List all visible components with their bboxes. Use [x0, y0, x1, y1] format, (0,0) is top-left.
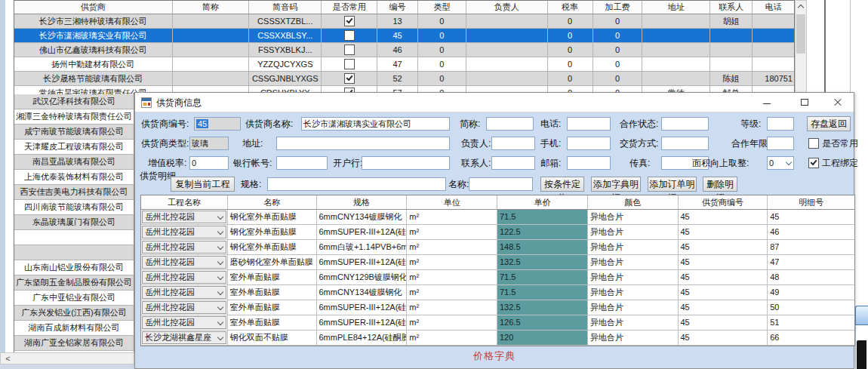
supplier-list-item[interactable]: 武汉亿泽科技有限公司: [14, 94, 134, 109]
project-bind-checkbox[interactable]: 工程绑定: [808, 156, 858, 170]
supplier-list-item[interactable]: 西安佳吉美电力科技有限公司: [14, 185, 134, 200]
scroll-left-icon[interactable]: <: [2, 353, 14, 364]
detail-row[interactable]: 岳州北控花园 磨砂钢化室外单面贴膜 6mmSUPER-III+12A(硅... …: [141, 255, 854, 270]
background-window-fragment[interactable]: [855, 306, 868, 369]
table-row[interactable]: 长沙市潇湘玻璃实业有限公司 CSSXXBLSY... 45 0 0 0: [14, 29, 794, 43]
project-combo[interactable]: 岳州北控花园: [142, 286, 226, 299]
project-combo[interactable]: 岳州北控花园: [142, 301, 226, 314]
detail-row[interactable]: 岳州北控花园 钢化室外单面贴膜 6mmCNY134镀膜钢化 m² 71.5 异地…: [141, 210, 854, 225]
bank-branch-field[interactable]: [362, 156, 450, 170]
project-combo[interactable]: 长沙龙湖祺鑫星座: [142, 331, 226, 344]
col-header-code[interactable]: 简音码: [249, 1, 322, 14]
horizontal-scrollbar[interactable]: <: [0, 352, 134, 364]
maximize-icon[interactable]: [793, 94, 816, 110]
col-header-fee[interactable]: 加工费: [593, 1, 643, 14]
supplier-list-item[interactable]: 南昌亚晶玻璃有限公司: [14, 155, 134, 170]
vertical-scrollbar[interactable]: [795, 0, 807, 94]
project-combo[interactable]: 岳州北控花园: [142, 211, 226, 223]
supplier-list-item[interactable]: [14, 230, 134, 245]
common-checkbox[interactable]: [344, 30, 355, 41]
col-header-color[interactable]: 颜色: [588, 195, 679, 209]
col-header-supplier[interactable]: 供货商: [14, 1, 173, 14]
supplier-list-item[interactable]: 广东中亚铝业有限公司: [14, 291, 134, 306]
area-round-up-combo[interactable]: 0: [767, 156, 794, 170]
supplier-list-item[interactable]: 东晶玻璃厦门有限公司: [14, 215, 134, 230]
supplier-list-item[interactable]: 湖南广亚全铝家居有限公司: [14, 336, 134, 351]
coop-status-field[interactable]: [661, 117, 709, 131]
address-field[interactable]: [276, 137, 450, 150]
email-field[interactable]: [567, 156, 611, 170]
supplier-id-field[interactable]: 45: [194, 117, 241, 131]
col-header-id[interactable]: 编号: [377, 1, 418, 14]
close-icon[interactable]: [826, 94, 849, 110]
common-checkbox[interactable]: [344, 73, 355, 84]
col-header-phone[interactable]: 电话: [753, 1, 794, 14]
add-order-detail-button[interactable]: 添加订单明细: [648, 177, 697, 192]
supplier-list-item[interactable]: 上海优泰装饰材料有限公司: [14, 170, 134, 185]
col-header-tax[interactable]: 税率: [548, 1, 593, 14]
detail-row[interactable]: 岳州北控花园 钢化室外单面贴膜 6mm白玻+1.14PVB+6mm... m² …: [141, 240, 854, 255]
table-row[interactable]: 长沙晟格节能玻璃有限公司 CSSGJNBLYXGS 52 0 0 0 陈姐 18…: [14, 72, 794, 86]
vat-rate-field[interactable]: 0: [189, 156, 229, 170]
supplier-name-field[interactable]: 长沙市潇湘玻璃实业有限公司: [301, 117, 450, 131]
supplier-list-item[interactable]: 湖南百成新材料有限公司: [14, 321, 134, 336]
col-header-contact[interactable]: 联系人: [710, 1, 753, 14]
dialog-titlebar[interactable]: 供货商信息: [135, 93, 854, 112]
col-header-detail-id[interactable]: 明细号: [768, 195, 854, 209]
col-header-price[interactable]: 单价: [497, 195, 588, 209]
name-filter-field[interactable]: [469, 177, 533, 191]
common-checkbox[interactable]: [344, 59, 355, 69]
detail-row[interactable]: 岳州北控花园 室外单面贴膜 6mmCNY134镀膜钢化 m² 71.5 异地合片…: [141, 285, 854, 300]
supplier-list-item[interactable]: 天津耀皮工程玻璃有限公司: [14, 140, 134, 155]
project-combo[interactable]: 岳州北控花园: [142, 241, 226, 254]
minimize-icon[interactable]: [756, 94, 778, 110]
detail-row[interactable]: 岳州北控花园 室外单面贴膜 6mmSUPER-III+12A(硅... m² 1…: [141, 300, 854, 315]
scroll-up-icon[interactable]: [796, 1, 806, 13]
contact-field[interactable]: [491, 156, 535, 170]
save-return-button[interactable]: 存盘返回: [807, 116, 851, 131]
supplier-list-item[interactable]: 广东兴发铝业(江西)有限公司: [14, 306, 134, 321]
supplier-list-item[interactable]: [14, 245, 134, 260]
mobile-field[interactable]: [567, 137, 611, 150]
table-row[interactable]: 佛山市亿鑫玻璃科技有限公司 FSSYXBLKJ... 46 0 0 0: [14, 43, 794, 57]
locate-by-condition-button[interactable]: 按条件定位: [540, 177, 584, 192]
abbr-field[interactable]: [486, 117, 534, 131]
checkbox-icon[interactable]: [808, 158, 819, 168]
project-combo[interactable]: 岳州北控花园: [142, 271, 226, 284]
supplier-list-item[interactable]: 广东坚朗五金制品股份有限公司: [14, 275, 134, 291]
project-combo[interactable]: 岳州北控花园: [142, 256, 226, 269]
common-checkbox[interactable]: [344, 16, 355, 26]
col-header-abbr[interactable]: 简称: [173, 1, 250, 14]
detail-row[interactable]: 长沙龙湖祺鑫星座 钢化双面不贴膜 6mmPLE84+12A(硅酮胶... m² …: [141, 331, 854, 346]
col-header-manager[interactable]: 负责人: [466, 1, 548, 14]
col-header-type[interactable]: 类型: [418, 1, 466, 14]
scrollbar-thumb[interactable]: [796, 14, 805, 54]
spec-filter-field[interactable]: [267, 177, 446, 191]
project-combo[interactable]: 岳州北控花园: [142, 316, 226, 329]
table-row[interactable]: 扬州中勤建材有限公司 YZZQJCYXGS 47 0 0 0: [14, 57, 794, 72]
table-row[interactable]: 长沙市三湘特种玻璃有限公司 CSSSXTZBL... 13 0 0 0 胡姐: [14, 14, 794, 29]
delivery-field[interactable]: [661, 137, 709, 150]
manager-field[interactable]: [491, 137, 535, 150]
col-header-unit[interactable]: 单位: [407, 195, 497, 209]
add-dict-detail-button[interactable]: 添加字典明细: [591, 177, 641, 192]
supplier-list-item[interactable]: 山东南山铝业股份有限公司: [14, 260, 134, 275]
common-checkbox[interactable]: [344, 45, 355, 55]
supplier-list-item[interactable]: 咸宁南玻节能玻璃有限公司: [14, 125, 134, 140]
col-header-common[interactable]: 是否常用: [322, 1, 377, 14]
copy-current-project-button[interactable]: 复制当前工程: [171, 177, 235, 192]
col-header-spec[interactable]: 规格: [317, 195, 408, 209]
col-header-supplier-id[interactable]: 供货商编号: [679, 195, 768, 209]
coop-years-field[interactable]: [767, 137, 794, 150]
grade-field[interactable]: [767, 117, 794, 131]
supplier-list-item[interactable]: 四川南玻节能玻璃有限公司: [14, 200, 134, 215]
bank-account-field[interactable]: [276, 156, 328, 170]
col-header-address[interactable]: 地址: [642, 1, 710, 14]
detail-row[interactable]: 岳州北控花园 室外单面贴膜 6mmSUPER-III+12A(硅... m² 1…: [141, 315, 854, 331]
checkbox-icon[interactable]: [808, 138, 819, 149]
supplier-type-field[interactable]: 玻璃: [189, 137, 229, 150]
detail-row[interactable]: 岳州北控花园 钢化室外单面贴膜 6mmSUPER-III+12A(硅... m²…: [141, 225, 854, 240]
delete-detail-button[interactable]: 删除明细: [703, 177, 737, 192]
detail-row[interactable]: 岳州北控花园 室外单面贴膜 6mmCNY129B镀膜钢化 m² 71.5 异地合…: [141, 270, 854, 285]
phone-field[interactable]: [567, 117, 611, 131]
